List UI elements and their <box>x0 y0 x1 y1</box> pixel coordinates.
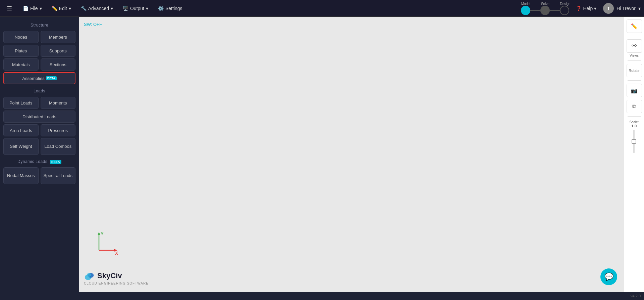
workflow-steps: Model Solve Design <box>521 1 569 15</box>
help-chevron-icon: ▾ <box>594 6 596 11</box>
structure-row-1: Nodes Members <box>3 31 75 43</box>
rt-divider-2 <box>628 60 641 61</box>
navbar-menu: 📄 File ▾ ✏️ Edit ▾ 🔧 Advanced ▾ 🖥️ Outpu… <box>19 4 518 13</box>
advanced-menu-item[interactable]: 🔧 Advanced ▾ <box>77 4 117 13</box>
workflow-line-2 <box>550 10 560 11</box>
user-chevron-icon: ▾ <box>638 6 641 11</box>
structure-row-2: Plates Supports <box>3 45 75 57</box>
svg-marker-1 <box>98 232 100 235</box>
hamburger-icon: ☰ <box>7 5 12 12</box>
avatar: T <box>603 3 614 14</box>
skyciv-subtitle: CLOUD ENGINEERING SOFTWARE <box>84 282 149 285</box>
rt-edit-group: ✏️ <box>627 18 642 34</box>
output-menu-item[interactable]: 🖥️ Output ▾ <box>119 4 152 13</box>
views-label: Views <box>630 54 639 57</box>
axes-svg: Y X <box>92 230 119 257</box>
dynamic-loads-row-1: Nodal Masses Spectral Loads <box>3 167 75 184</box>
advanced-menu-label: Advanced <box>88 6 109 11</box>
loads-row-3: Area Loads Pressures <box>3 124 75 136</box>
view-tool-button[interactable]: 👁 <box>627 39 642 53</box>
help-icon: ❓ <box>576 6 582 11</box>
user-menu[interactable]: T Hi Trevor ▾ <box>603 3 641 14</box>
workflow-solve-button[interactable] <box>540 6 550 15</box>
loads-row-2: Distributed Loads <box>3 111 75 123</box>
loads-section-title: Loads <box>3 86 75 95</box>
structure-row-3: Materials Sections <box>3 58 75 71</box>
sections-button[interactable]: Sections <box>41 58 76 71</box>
plates-button[interactable]: Plates <box>3 45 39 57</box>
hamburger-menu-button[interactable]: ☰ <box>3 3 15 14</box>
help-button[interactable]: ❓ Help ▾ <box>576 6 596 11</box>
workflow-design-button[interactable] <box>560 6 569 15</box>
moments-button[interactable]: Moments <box>41 97 76 109</box>
scale-label: Scale: <box>630 120 639 124</box>
output-chevron-icon: ▾ <box>146 6 148 11</box>
assemblies-beta-badge: BETA <box>46 76 57 80</box>
axes-indicator: Y X <box>92 230 119 258</box>
rt-rotate-group: Rotate <box>627 63 642 78</box>
bottom-bar: v4.2.0 <box>0 292 644 300</box>
members-button[interactable]: Members <box>41 31 76 43</box>
sw-indicator: SW: OFF <box>84 22 102 27</box>
output-menu-label: Output <box>130 6 144 11</box>
scale-value: 1.0 <box>632 124 637 128</box>
advanced-chevron-icon: ▾ <box>111 6 113 11</box>
workflow-line-1 <box>530 10 540 11</box>
canvas-area[interactable]: SW: OFF Y X SkyCiv <box>79 17 624 292</box>
camera-button[interactable]: 📷 <box>627 84 642 97</box>
rt-divider-4 <box>628 116 641 117</box>
edit-chevron-icon: ▾ <box>69 6 71 11</box>
version-text: v4.2.0 <box>631 294 641 298</box>
file-chevron-icon: ▾ <box>40 6 42 11</box>
rt-divider-3 <box>628 80 641 81</box>
advanced-icon: 🔧 <box>81 6 87 11</box>
settings-menu-item[interactable]: ⚙️ Settings <box>154 4 186 13</box>
load-combos-button[interactable]: Load Combos <box>41 138 76 155</box>
nodal-masses-button[interactable]: Nodal Masses <box>3 167 39 184</box>
file-icon: 📄 <box>23 6 29 11</box>
workflow-labels-row: Model Solve Design <box>521 2 569 6</box>
layers-button[interactable]: ⧉ <box>627 100 642 113</box>
main-content: Structure Nodes Members Plates Supports … <box>0 17 644 292</box>
help-label: Help <box>583 6 593 11</box>
chat-widget-button[interactable]: 💬 <box>600 268 617 285</box>
edit-tool-button[interactable]: ✏️ <box>627 19 642 33</box>
nodes-button[interactable]: Nodes <box>3 31 39 43</box>
skyciv-name: SkyCiv <box>97 271 122 280</box>
materials-button[interactable]: Materials <box>3 58 39 71</box>
edit-menu-item[interactable]: ✏️ Edit ▾ <box>48 4 75 13</box>
area-loads-button[interactable]: Area Loads <box>3 124 39 136</box>
structure-section-title: Structure <box>3 20 75 29</box>
loads-row-1: Point Loads Moments <box>3 97 75 109</box>
load-combos-label: Load Combos <box>44 144 71 149</box>
scale-slider[interactable] <box>633 130 635 157</box>
dynamic-loads-beta-badge: BETA <box>50 160 61 164</box>
sidebar: Structure Nodes Members Plates Supports … <box>0 17 79 292</box>
self-weight-button[interactable]: Self Weight <box>3 138 39 155</box>
pressures-button[interactable]: Pressures <box>41 124 76 136</box>
navbar: ☰ 📄 File ▾ ✏️ Edit ▾ 🔧 Advanced ▾ 🖥️ Out… <box>0 0 644 17</box>
rt-view-group: 👁 Views <box>627 38 642 58</box>
rotate-button[interactable]: Rotate <box>627 64 642 77</box>
assemblies-button[interactable]: Assemblies BETA <box>3 72 75 84</box>
user-greeting: Hi Trevor <box>616 6 636 11</box>
edit-menu-label: Edit <box>59 6 67 11</box>
distributed-loads-button[interactable]: Distributed Loads <box>3 111 75 123</box>
supports-button[interactable]: Supports <box>41 45 76 57</box>
file-menu-item[interactable]: 📄 File ▾ <box>19 4 46 13</box>
workflow-model-label: Model <box>521 2 530 6</box>
file-menu-label: File <box>30 6 38 11</box>
scale-thumb[interactable] <box>632 139 636 144</box>
chat-icon: 💬 <box>604 272 613 281</box>
self-weight-label: Self Weight <box>10 144 32 149</box>
skyciv-logo: SkyCiv CLOUD ENGINEERING SOFTWARE <box>84 270 149 285</box>
edit-icon: ✏️ <box>52 6 57 11</box>
spectral-loads-button[interactable]: Spectral Loads <box>41 167 76 184</box>
right-toolbar: ✏️ 👁 Views Rotate 📷 ⧉ Scale: 1.0 <box>624 17 644 292</box>
point-loads-button[interactable]: Point Loads <box>3 97 39 109</box>
scale-section: Scale: 1.0 <box>630 120 639 157</box>
rt-camera-group: 📷 <box>627 83 642 98</box>
settings-icon: ⚙️ <box>158 6 164 11</box>
y-axis-label: Y <box>101 231 104 236</box>
workflow-model-button[interactable] <box>521 6 530 15</box>
